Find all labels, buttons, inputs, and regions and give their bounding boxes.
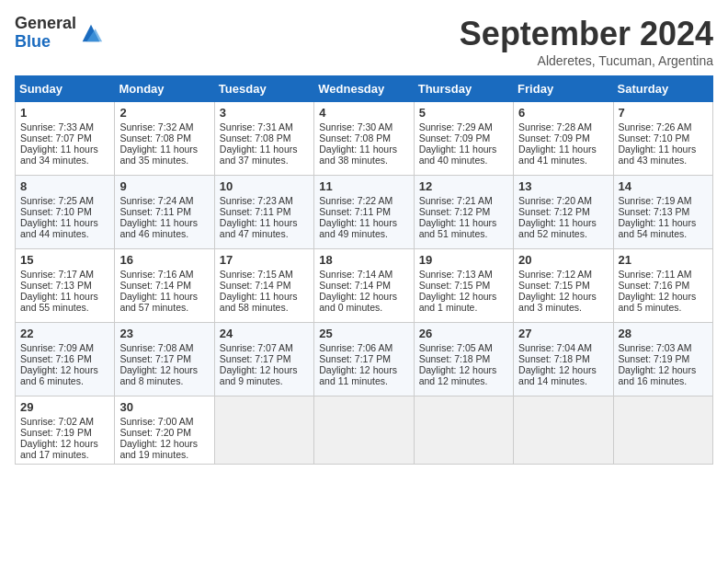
table-cell: 16Sunrise: 7:16 AMSunset: 7:14 PMDayligh… xyxy=(115,249,214,323)
table-cell: 20Sunrise: 7:12 AMSunset: 7:15 PMDayligh… xyxy=(514,249,613,323)
col-monday: Monday xyxy=(115,76,214,102)
table-cell: 9Sunrise: 7:24 AMSunset: 7:11 PMDaylight… xyxy=(115,176,214,249)
table-cell: 4Sunrise: 7:30 AMSunset: 7:08 PMDaylight… xyxy=(314,102,414,176)
day-number: 4 xyxy=(319,106,408,120)
day-number: 24 xyxy=(220,327,309,340)
day-number: 6 xyxy=(518,106,608,120)
table-cell: 3Sunrise: 7:31 AMSunset: 7:08 PMDaylight… xyxy=(214,102,313,176)
col-thursday: Thursday xyxy=(414,76,513,102)
table-cell: 12Sunrise: 7:21 AMSunset: 7:12 PMDayligh… xyxy=(414,176,513,249)
day-number: 18 xyxy=(319,253,408,267)
day-number: 28 xyxy=(619,327,708,340)
page-header: General Blue September 2024 Alderetes, T… xyxy=(15,15,713,68)
table-cell: 10Sunrise: 7:23 AMSunset: 7:11 PMDayligh… xyxy=(214,176,313,249)
day-number: 17 xyxy=(220,253,309,267)
table-cell: 23Sunrise: 7:08 AMSunset: 7:17 PMDayligh… xyxy=(115,323,214,396)
day-number: 10 xyxy=(220,179,309,193)
table-cell xyxy=(214,396,313,465)
table-cell: 24Sunrise: 7:07 AMSunset: 7:17 PMDayligh… xyxy=(214,323,313,396)
day-number: 15 xyxy=(20,253,109,267)
day-number: 5 xyxy=(419,106,508,120)
table-cell xyxy=(414,396,513,465)
day-number: 1 xyxy=(20,106,109,120)
table-cell: 21Sunrise: 7:11 AMSunset: 7:16 PMDayligh… xyxy=(613,249,712,323)
day-number: 21 xyxy=(619,253,708,267)
day-number: 19 xyxy=(419,253,508,267)
table-cell: 29Sunrise: 7:02 AMSunset: 7:19 PMDayligh… xyxy=(16,396,115,465)
table-cell: 28Sunrise: 7:03 AMSunset: 7:19 PMDayligh… xyxy=(613,323,712,396)
day-number: 23 xyxy=(119,327,209,340)
col-friday: Friday xyxy=(514,76,613,102)
day-number: 14 xyxy=(619,179,708,193)
location: Alderetes, Tucuman, Argentina xyxy=(460,53,713,68)
table-cell: 14Sunrise: 7:19 AMSunset: 7:13 PMDayligh… xyxy=(613,176,712,249)
title-section: September 2024 Alderetes, Tucuman, Argen… xyxy=(460,15,713,68)
header-row: Sunday Monday Tuesday Wednesday Thursday… xyxy=(16,76,713,102)
day-number: 12 xyxy=(419,179,508,193)
table-cell: 13Sunrise: 7:20 AMSunset: 7:12 PMDayligh… xyxy=(514,176,613,249)
logo-blue-text: Blue xyxy=(15,33,76,52)
table-cell: 27Sunrise: 7:04 AMSunset: 7:18 PMDayligh… xyxy=(514,323,613,396)
col-wednesday: Wednesday xyxy=(314,76,414,102)
table-cell: 18Sunrise: 7:14 AMSunset: 7:14 PMDayligh… xyxy=(314,249,414,323)
table-cell: 15Sunrise: 7:17 AMSunset: 7:13 PMDayligh… xyxy=(16,249,115,323)
table-cell xyxy=(613,396,712,465)
day-number: 25 xyxy=(319,327,408,340)
col-tuesday: Tuesday xyxy=(214,76,313,102)
day-number: 13 xyxy=(518,179,608,193)
day-number: 30 xyxy=(119,400,209,414)
day-number: 16 xyxy=(119,253,209,267)
table-cell: 2Sunrise: 7:32 AMSunset: 7:08 PMDaylight… xyxy=(115,102,214,176)
day-number: 26 xyxy=(419,327,508,340)
table-cell: 17Sunrise: 7:15 AMSunset: 7:14 PMDayligh… xyxy=(214,249,313,323)
table-cell: 5Sunrise: 7:29 AMSunset: 7:09 PMDaylight… xyxy=(414,102,513,176)
table-cell: 22Sunrise: 7:09 AMSunset: 7:16 PMDayligh… xyxy=(16,323,115,396)
table-cell: 1Sunrise: 7:33 AMSunset: 7:07 PMDaylight… xyxy=(16,102,115,176)
table-cell xyxy=(314,396,414,465)
day-number: 29 xyxy=(20,400,109,414)
table-cell xyxy=(514,396,613,465)
day-number: 7 xyxy=(619,106,708,120)
logo-general-text: General xyxy=(15,15,76,33)
day-number: 9 xyxy=(119,179,209,193)
day-number: 11 xyxy=(319,179,408,193)
calendar-table: Sunday Monday Tuesday Wednesday Thursday… xyxy=(15,75,713,465)
month-title: September 2024 xyxy=(460,15,713,53)
day-number: 2 xyxy=(119,106,209,120)
day-number: 3 xyxy=(220,106,309,120)
logo: General Blue xyxy=(15,15,104,52)
day-number: 22 xyxy=(20,327,109,340)
day-number: 8 xyxy=(20,179,109,193)
table-cell: 11Sunrise: 7:22 AMSunset: 7:11 PMDayligh… xyxy=(314,176,414,249)
col-sunday: Sunday xyxy=(16,76,115,102)
table-cell: 6Sunrise: 7:28 AMSunset: 7:09 PMDaylight… xyxy=(514,102,613,176)
day-number: 27 xyxy=(518,327,608,340)
day-number: 20 xyxy=(518,253,608,267)
table-cell: 26Sunrise: 7:05 AMSunset: 7:18 PMDayligh… xyxy=(414,323,513,396)
table-cell: 30Sunrise: 7:00 AMSunset: 7:20 PMDayligh… xyxy=(115,396,214,465)
table-cell: 25Sunrise: 7:06 AMSunset: 7:17 PMDayligh… xyxy=(314,323,414,396)
table-cell: 19Sunrise: 7:13 AMSunset: 7:15 PMDayligh… xyxy=(414,249,513,323)
table-cell: 7Sunrise: 7:26 AMSunset: 7:10 PMDaylight… xyxy=(613,102,712,176)
col-saturday: Saturday xyxy=(613,76,712,102)
logo-icon xyxy=(78,20,104,46)
table-cell: 8Sunrise: 7:25 AMSunset: 7:10 PMDaylight… xyxy=(16,176,115,249)
